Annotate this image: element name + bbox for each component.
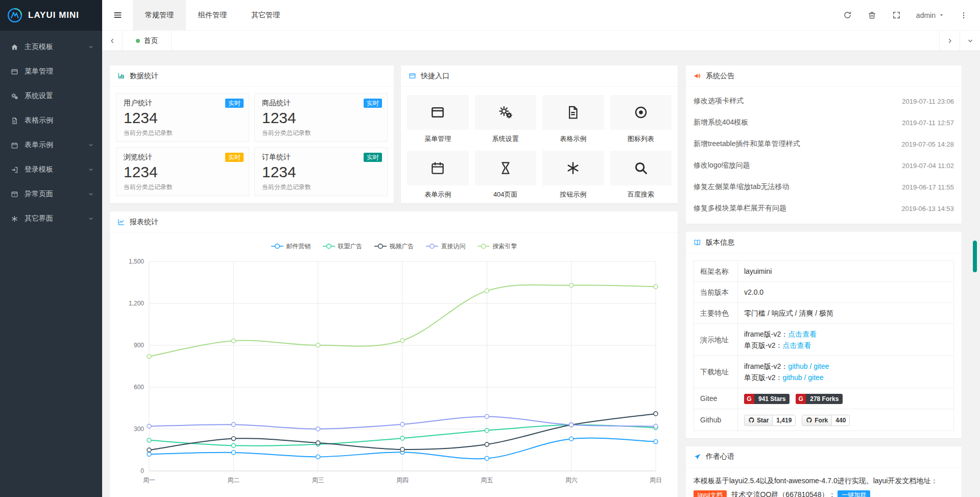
fullscreen-button[interactable] [885, 0, 909, 31]
nav-label: 常规管理 [145, 11, 174, 20]
sidebar-item-table[interactable]: 表格示例 [0, 108, 102, 133]
data-stats-card: 数据统计 用户统计 1234 当前分类总记录数 实时 商品统计 1234 当前分… [110, 65, 394, 203]
legend-label: 直接访问 [441, 242, 466, 251]
header-nav-components[interactable]: 组件管理 [186, 0, 239, 31]
sidebar-item-other[interactable]: 其它界面 [0, 206, 102, 231]
github-fork-count: 440 [832, 415, 849, 425]
tab-operations-button[interactable] [960, 31, 980, 51]
sidebar-item-login[interactable]: 登录模板 [0, 157, 102, 182]
more-menu-button[interactable] [951, 0, 976, 31]
announcement-item: 新增系统404模板 2019-07-11 12:57 [694, 112, 954, 133]
github-star-badge[interactable]: Star1,419 [744, 415, 796, 426]
legend-item[interactable]: 视频广告 [374, 242, 414, 250]
sidebar-toggle-button[interactable] [102, 0, 133, 31]
refresh-button[interactable] [835, 0, 860, 31]
app-logo[interactable]: LAYUI MINI [0, 0, 102, 31]
card-header: 报表统计 [110, 211, 678, 233]
header-nav-other[interactable]: 其它管理 [239, 0, 292, 31]
scrollbar[interactable] [972, 51, 977, 497]
sidebar-item-error[interactable]: 异常页面 [0, 182, 102, 206]
table-row: 主要特色 零门槛 / 响应式 / 清爽 / 极简 [694, 303, 954, 324]
chevron-down-icon [88, 167, 94, 173]
github-link[interactable]: github [782, 373, 802, 382]
legend-item[interactable]: 邮件营销 [271, 242, 311, 250]
quick-entry-label: 图标列表 [610, 134, 672, 144]
caret-down-icon [939, 12, 944, 18]
table-row: Github Star1,419 Fork440 [694, 409, 954, 431]
report-chart: 03006009001,2001,500周一周二周三周四周五周六周日 [117, 250, 669, 490]
quick-entry-404[interactable]: 404页面 [475, 151, 537, 199]
download-prefix: iframe版-v2： [744, 362, 788, 370]
quick-entry-buttons[interactable]: 按钮示例 [542, 151, 604, 199]
join-qq-group-badge[interactable]: 一键加群 [838, 490, 870, 497]
sidebar-item-label: 菜单管理 [25, 67, 94, 76]
chevron-down-icon [88, 191, 94, 197]
report-card: 报表统计 邮件营销联盟广告视频广告直接访问搜索引擎 03006009001,20… [110, 211, 678, 497]
file-icon [565, 105, 581, 120]
announcement-item: 修改选项卡样式 2019-07-11 23:06 [694, 90, 954, 112]
github-star-label: Star [757, 415, 769, 426]
version-info-card: 版本信息 框架名称 layuimini 当前版本 v2.0.0 主要特色 [686, 232, 962, 438]
stat-value: 1234 [124, 163, 242, 181]
demo-iframe-link[interactable]: 点击查看 [788, 330, 817, 338]
sidebar-item-form[interactable]: 表单示例 [0, 133, 102, 157]
svg-text:600: 600 [134, 384, 144, 391]
user-menu[interactable]: admin [909, 0, 951, 31]
quick-entry-table[interactable]: 表格示例 [542, 95, 604, 144]
card-header: 作者心语 [686, 446, 962, 468]
svg-text:周二: 周二 [227, 477, 240, 484]
legend-item[interactable]: 联盟广告 [322, 242, 363, 250]
quick-entry-label: 菜单管理 [407, 134, 469, 144]
card-title: 快捷入口 [421, 72, 449, 81]
sidebar-item-label: 主页模板 [25, 42, 88, 52]
quick-entry-menu[interactable]: 菜单管理 [407, 95, 469, 144]
version-row-label: 下载地址 [694, 356, 738, 388]
svg-text:周四: 周四 [396, 477, 409, 484]
quick-entry-icons[interactable]: 图标列表 [610, 95, 672, 144]
announcement-text: 新增系统404模板 [694, 118, 748, 127]
clear-cache-button[interactable] [860, 0, 885, 31]
tab-home[interactable]: 首页 [123, 31, 172, 51]
github-fork-badge[interactable]: Fork440 [802, 415, 850, 426]
github-octocat-icon [748, 417, 755, 423]
announcement-item: 新增treetable插件和菜单管理样式 2019-07-05 14:28 [694, 133, 954, 155]
svg-text:周三: 周三 [312, 477, 324, 484]
svg-text:周五: 周五 [481, 477, 493, 484]
version-row-label: Github [694, 409, 738, 431]
github-link[interactable]: github [788, 362, 807, 370]
realtime-badge: 实时 [364, 153, 382, 162]
announcement-text: 修改logo缩放问题 [694, 161, 750, 170]
gitee-link[interactable]: gitee [814, 362, 829, 370]
legend-item[interactable]: 直接访问 [425, 242, 466, 250]
demo-spa-link[interactable]: 点击查看 [782, 341, 811, 349]
tab-scroll-right-button[interactable] [939, 31, 960, 51]
sidebar-item-home[interactable]: 主页模板 [0, 35, 102, 59]
announcement-date: 2019-07-11 12:57 [902, 119, 954, 127]
sidebar-item-menu[interactable]: 菜单管理 [0, 59, 102, 84]
header-nav-general[interactable]: 常规管理 [133, 0, 186, 31]
stat-panel-views: 浏览统计 1234 当前分类总记录数 实时 [116, 147, 249, 196]
hourglass-icon [498, 160, 513, 176]
gitee-link[interactable]: gitee [808, 373, 823, 382]
gitee-stars-count: 941 Stars [754, 394, 790, 404]
demo-prefix: 单页版-v2： [744, 341, 782, 349]
search-icon [633, 160, 649, 176]
tab-scroll-left-button[interactable] [102, 31, 123, 51]
gitee-forks-count: 278 Forks [806, 394, 843, 404]
legend-item[interactable]: 搜索引擎 [477, 242, 517, 250]
quick-entry-baidu-search[interactable]: 百度搜索 [610, 151, 672, 199]
gitee-forks-badge[interactable]: G278 Forks [796, 394, 843, 404]
tab-label: 首页 [144, 36, 158, 45]
legend-label: 视频广告 [390, 242, 414, 251]
sidebar-item-settings[interactable]: 系统设置 [0, 84, 102, 108]
gitee-stars-badge[interactable]: G941 Stars [744, 394, 790, 404]
quick-entry-form[interactable]: 表单示例 [407, 151, 469, 199]
scrollbar-thumb[interactable] [973, 241, 977, 272]
sidebar-item-label: 表单示例 [25, 140, 88, 150]
quick-entry-settings[interactable]: 系统设置 [475, 95, 537, 144]
main-features: 零门槛 / 响应式 / 清爽 / 极简 [738, 303, 954, 324]
quick-entry-grid: 菜单管理 系统设置 表格示例 图标列表 [401, 87, 678, 207]
svg-text:1,500: 1,500 [129, 258, 144, 265]
layui-doc-badge[interactable]: layui文档 [694, 490, 727, 497]
more-vertical-icon [960, 11, 968, 19]
